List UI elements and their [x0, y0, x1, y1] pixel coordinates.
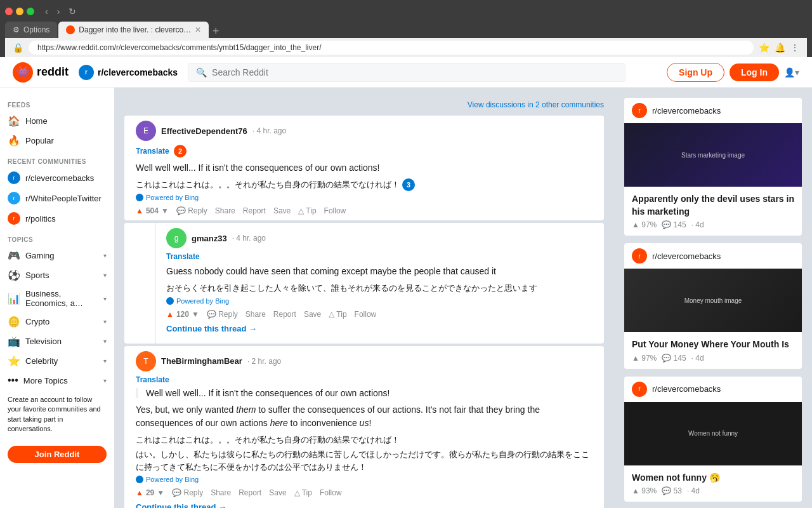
comment-2-report-button[interactable]: Report [273, 310, 296, 319]
right-card-1-community[interactable]: r/clevercomebacks [652, 106, 721, 116]
right-card-1-title[interactable]: Apparently only the devil uses stars in … [632, 193, 794, 218]
comment-1-follow-button[interactable]: Follow [324, 206, 346, 215]
comment-2-bing: Powered by Bing [166, 297, 594, 305]
back-button[interactable]: ‹ [42, 5, 51, 18]
settings-icon[interactable]: ⋮ [790, 43, 799, 53]
comment-2-save-button[interactable]: Save [304, 310, 321, 319]
comment-1-avatar: E [136, 121, 156, 141]
sidebar-topic-sports[interactable]: ⚽Sports ▾ [0, 265, 114, 285]
comment-1-username[interactable]: EffectiveDependent76 [161, 126, 247, 136]
view-discussions-link[interactable]: View discussions in 2 other communities [124, 98, 604, 116]
right-card-3-comment-stat: 💬 53 [662, 486, 682, 495]
sidebar-item-politics[interactable]: r r/politics [0, 208, 114, 229]
sidebar-topic-business[interactable]: 📊Business, Economics, a… ▾ [0, 285, 114, 312]
search-input[interactable] [212, 67, 617, 77]
right-card-3-community[interactable]: r/clevercomebacks [652, 384, 721, 394]
crypto-label: Crypto [25, 317, 49, 326]
comment-3-follow-button[interactable]: Follow [320, 488, 342, 497]
create-account-text: Create an account to follow your favorit… [0, 390, 114, 439]
comment-3-tip-button[interactable]: △ Tip [294, 488, 312, 497]
comment-3-save-button[interactable]: Save [269, 488, 286, 497]
sidebar-item-clevercomebacks[interactable]: r r/clevercomebacks [0, 168, 114, 188]
right-card-2-comment-stat: 💬 145 [662, 354, 686, 363]
join-reddit-button[interactable]: Join Reddit [8, 446, 107, 463]
comment-2-downvote[interactable]: ▼ [192, 310, 199, 319]
sidebar-topic-more[interactable]: •••More Topics ▾ [0, 371, 114, 390]
comment-2-upvote[interactable]: ▲ [166, 310, 174, 319]
sign-up-button[interactable]: Sign Up [667, 63, 724, 82]
right-card-2-title[interactable]: Put Your Money Where Your Mouth Is [632, 338, 794, 351]
comment-3-share-button[interactable]: Share [211, 488, 231, 497]
sidebar-item-home[interactable]: 🏠 Home [0, 111, 114, 131]
comment-2-tip-button[interactable]: △ Tip [329, 310, 346, 319]
sidebar-item-popular[interactable]: 🔥 Popular [0, 131, 114, 150]
comment-3-jp2: はい。しかし、私たちは彼らに私たちの行動の結果に苦しんでほしかっただけです。彼ら… [136, 448, 594, 473]
reload-button[interactable]: ↻ [65, 5, 79, 18]
tab-options[interactable]: ⚙ Options [5, 22, 57, 38]
extensions-icon[interactable]: ⭐ [759, 43, 769, 53]
comment-1-report-button[interactable]: Report [243, 206, 266, 215]
right-card-1-upvote-stat: ▲ 97% [632, 220, 657, 229]
comment-2-share-button[interactable]: Share [246, 310, 266, 319]
comment-2-votes: ▲ 120 ▼ [166, 310, 199, 319]
right-card-1-avatar: r [632, 103, 647, 118]
right-card-2-header: Put Your Money Where Your Mouth Is ▲ 97%… [624, 332, 802, 369]
comment-2-translate[interactable]: Translate [166, 252, 594, 261]
politics-icon: r [8, 212, 20, 225]
comment-2-reply-button[interactable]: 💬 Reply [207, 310, 238, 319]
comment-3-username[interactable]: TheBirminghamBear [161, 356, 242, 366]
comment-1-timestamp: · 4 hr. ago [252, 126, 286, 135]
comment-1-vote-count: 504 [146, 206, 159, 215]
comment-3-downvote[interactable]: ▼ [157, 488, 164, 497]
sidebar-topic-television[interactable]: 📺Television ▾ [0, 331, 114, 351]
user-menu-icon[interactable]: 👤▾ [784, 67, 799, 77]
continue-thread-2[interactable]: Continue this thread → [136, 502, 594, 508]
comment-1-reply-button[interactable]: 💬 Reply [176, 206, 207, 215]
new-tab-button[interactable]: + [213, 25, 219, 38]
page-body: FEEDS 🏠 Home 🔥 Popular RECENT COMMUNITIE… [0, 88, 812, 508]
business-icon: 📊 [8, 293, 20, 305]
right-card-1-comment-stat: 💬 145 [662, 220, 686, 229]
right-card-1-image: Stars marketing image [624, 123, 802, 187]
comment-1-bing: Powered by Bing [136, 194, 594, 201]
tab-reddit[interactable]: Dagger into the liver. : cleverco… ✕ [58, 22, 209, 38]
right-card-3-image: Women not funny [624, 402, 802, 465]
comment-1-upvote[interactable]: ▲ [136, 206, 143, 215]
comment-3-reply-button[interactable]: 💬 Reply [172, 488, 203, 497]
subreddit-nav-item[interactable]: r r/clevercomebacks [79, 65, 178, 80]
comment-1: E EffectiveDependent76 · 4 hr. ago Trans… [124, 116, 604, 220]
comment-2-avatar: g [166, 228, 187, 248]
comment-1-body: Well well well... If it isn't the conseq… [136, 161, 594, 175]
close-dot[interactable] [5, 8, 13, 15]
comment-3-upvote[interactable]: ▲ [136, 488, 143, 497]
right-card-3-title[interactable]: Women not funny 🥱 [632, 472, 794, 485]
sidebar-topic-celebrity[interactable]: ⭐Celebrity ▾ [0, 351, 114, 371]
minimize-dot[interactable] [16, 8, 23, 15]
comment-3-report-button[interactable]: Report [239, 488, 261, 497]
comment-1-share-button[interactable]: Share [215, 206, 235, 215]
forward-button[interactable]: › [54, 5, 63, 18]
url-bar[interactable] [29, 41, 754, 55]
comment-3-translate[interactable]: Translate [136, 375, 594, 384]
popular-icon: 🔥 [8, 135, 20, 147]
sidebar-topic-crypto[interactable]: 🪙Crypto ▾ [0, 312, 114, 331]
reddit-logo-text: reddit [37, 65, 69, 79]
sidebar-item-whitepeopletwitter[interactable]: r r/WhitePeopleTwitter [0, 188, 114, 208]
comment-2-follow-button[interactable]: Follow [355, 310, 377, 319]
sidebar-topic-gaming[interactable]: 🎮Gaming ▾ [0, 246, 114, 265]
right-card-2-upvote-stat: ▲ 97% [632, 354, 657, 363]
tab-close-icon[interactable]: ✕ [195, 25, 201, 34]
right-card-1: r r/clevercomebacks Stars marketing imag… [624, 98, 802, 236]
reddit-logo[interactable]: 👾 reddit [13, 62, 69, 83]
comment-1-tip-button[interactable]: △ Tip [298, 206, 316, 215]
right-card-2-community[interactable]: r/clevercomebacks [652, 251, 721, 261]
comment-1-downvote[interactable]: ▼ [161, 206, 169, 215]
log-in-button[interactable]: Log In [730, 64, 779, 81]
comment-2-vote-count: 120 [176, 310, 189, 319]
maximize-dot[interactable] [27, 8, 34, 15]
comment-1-save-button[interactable]: Save [273, 206, 291, 215]
continue-thread-1[interactable]: Continue this thread → [166, 324, 594, 333]
comment-2-username[interactable]: gmanz33 [192, 234, 227, 243]
comment-1-translate[interactable]: Translate 2 [136, 145, 594, 157]
comment-1-votes: ▲ 504 ▼ [136, 206, 169, 215]
